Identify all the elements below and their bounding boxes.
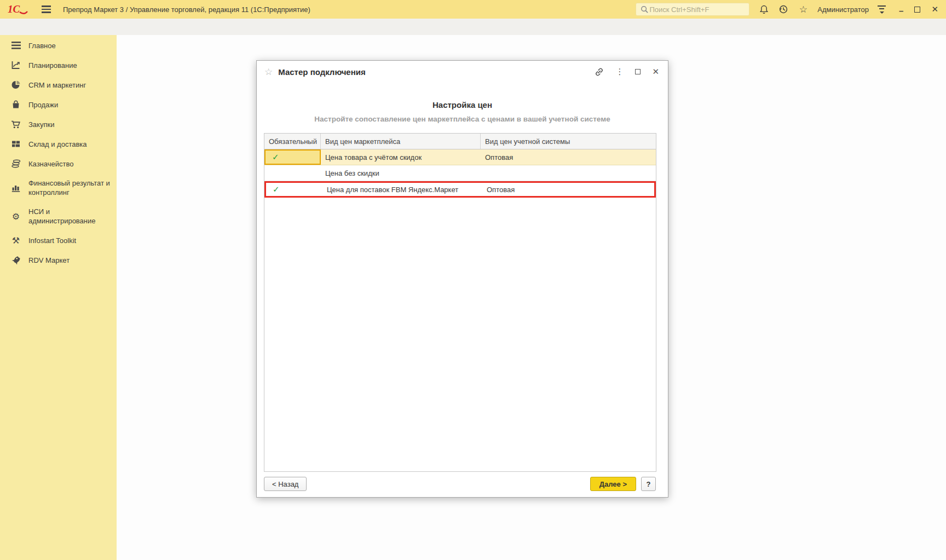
- system-price-cell[interactable]: Оптовая: [482, 183, 654, 196]
- sidebar-item-planning[interactable]: Планирование: [0, 55, 117, 75]
- table-header-row: Обязательный Вид цен маркетплейса Вид це…: [264, 134, 656, 149]
- sidebar-item-warehouse[interactable]: Склад и доставка: [0, 134, 117, 154]
- sidebar-item-label: НСИ и администрирование: [28, 207, 113, 226]
- bar-chart-icon: [10, 183, 22, 193]
- sidebar-item-purchasing[interactable]: Закупки: [0, 114, 117, 134]
- history-icon[interactable]: [778, 4, 789, 15]
- table-row[interactable]: ✓ Цена товара с учётом скидок Оптовая: [264, 149, 656, 165]
- notifications-bell-icon[interactable]: [758, 4, 769, 15]
- back-button[interactable]: < Назад: [264, 477, 307, 491]
- sidebar-item-label: Склад и доставка: [28, 140, 87, 149]
- column-header-marketplace-price[interactable]: Вид цен маркетплейса: [321, 134, 481, 149]
- dialog-close-icon[interactable]: ✕: [652, 67, 659, 77]
- bag-icon: [10, 100, 22, 109]
- next-button[interactable]: Далее >: [590, 477, 636, 491]
- app-titlebar: 1С Препрод Маркет 3 / Управление торговл…: [0, 0, 946, 19]
- sidebar-item-sales[interactable]: Продажи: [0, 95, 117, 114]
- connection-wizard-dialog: ☆ Мастер подключения ⋮ ✕ Настройка цен Н…: [256, 60, 668, 498]
- dialog-maximize-icon[interactable]: [635, 69, 641, 74]
- tools-icon: ⚒: [10, 235, 22, 245]
- table-row-highlighted-red[interactable]: ✓ Цена для поставок FBM Яндекс.Маркет Оп…: [264, 181, 656, 198]
- required-checkbox-cell[interactable]: [264, 165, 321, 181]
- dialog-title: Мастер подключения: [278, 67, 365, 77]
- search-input[interactable]: [649, 5, 746, 14]
- sidebar-item-label: Главное: [28, 41, 56, 50]
- column-header-required[interactable]: Обязательный: [264, 134, 321, 149]
- column-header-system-price[interactable]: Вид цен учетной системы: [481, 134, 656, 149]
- sidebar-item-label: Infostart Toolkit: [28, 236, 76, 245]
- sidebar-item-infostart[interactable]: ⚒ Infostart Toolkit: [0, 230, 117, 250]
- sections-sidebar: Главное Планирование CRM и маркетинг Про…: [0, 35, 117, 560]
- warehouse-icon: [10, 139, 22, 149]
- more-menu-icon[interactable]: ⋮: [615, 67, 624, 77]
- favorites-star-icon[interactable]: ☆: [798, 4, 809, 15]
- sidebar-item-main[interactable]: Главное: [0, 36, 117, 55]
- sidebar-item-label: Закупки: [28, 120, 54, 129]
- planning-chart-icon: [10, 60, 22, 70]
- wizard-step-subheading: Настройте сопоставление цен маркетплейса…: [257, 115, 668, 123]
- sidebar-item-crm[interactable]: CRM и маркетинг: [0, 75, 117, 95]
- sidebar-item-admin[interactable]: ⚙ НСИ и администрирование: [0, 202, 117, 230]
- current-user[interactable]: Администратор: [817, 5, 869, 14]
- service-menu-icon[interactable]: [878, 5, 886, 14]
- gear-icon: ⚙: [10, 211, 22, 221]
- required-checkbox-cell[interactable]: ✓: [266, 183, 322, 196]
- help-button[interactable]: ?: [641, 477, 656, 491]
- sidebar-item-label: Финансовый результат и контроллинг: [28, 178, 113, 197]
- global-search[interactable]: [636, 3, 749, 16]
- cart-icon: [10, 119, 22, 129]
- sidebar-item-treasury[interactable]: Казначейство: [0, 154, 117, 174]
- open-windows-bar: [0, 19, 946, 35]
- check-icon: ✓: [272, 152, 279, 162]
- sidebar-item-finance[interactable]: Финансовый результат и контроллинг: [0, 174, 117, 202]
- system-price-cell[interactable]: Оптовая: [481, 149, 656, 165]
- sidebar-item-label: Продажи: [28, 100, 58, 109]
- main-menu-icon[interactable]: [42, 5, 51, 13]
- sidebar-item-label: Казначейство: [28, 159, 73, 169]
- wizard-step-heading: Настройка цен: [257, 100, 668, 109]
- sidebar-item-label: RDV Маркет: [28, 256, 70, 265]
- price-mapping-table: Обязательный Вид цен маркетплейса Вид це…: [264, 133, 656, 472]
- rocket-icon: [10, 255, 22, 265]
- window-minimize-icon[interactable]: –: [899, 6, 903, 15]
- marketplace-price-cell[interactable]: Цена товара с учётом скидок: [321, 149, 481, 165]
- search-icon: [639, 4, 649, 15]
- dialog-titlebar: ☆ Мастер подключения ⋮ ✕: [257, 61, 668, 83]
- coins-icon: [10, 159, 22, 169]
- get-link-icon[interactable]: [595, 67, 604, 77]
- marketplace-price-cell[interactable]: Цена без скидки: [321, 165, 481, 181]
- dialog-favorite-star-icon[interactable]: ☆: [264, 66, 273, 78]
- pie-chart-icon: [10, 80, 22, 90]
- window-maximize-icon[interactable]: [914, 7, 920, 13]
- marketplace-price-cell[interactable]: Цена для поставок FBM Яндекс.Маркет: [322, 183, 482, 196]
- svg-text:1С: 1С: [8, 3, 20, 15]
- dialog-footer: < Назад Далее > ?: [264, 477, 656, 491]
- sidebar-item-label: CRM и маркетинг: [28, 80, 86, 90]
- check-icon: ✓: [273, 184, 280, 194]
- 1c-logo-icon: 1С: [8, 3, 30, 15]
- sidebar-item-rdv-market[interactable]: RDV Маркет: [0, 250, 117, 270]
- required-checkbox-cell[interactable]: ✓: [264, 149, 321, 165]
- table-row[interactable]: Цена без скидки: [264, 165, 656, 181]
- sidebar-item-label: Планирование: [28, 61, 77, 70]
- system-price-cell[interactable]: [481, 165, 656, 181]
- window-close-icon[interactable]: ✕: [931, 4, 938, 14]
- app-title: Препрод Маркет 3 / Управление торговлей,…: [63, 5, 310, 14]
- menu-lines-icon: [10, 41, 22, 50]
